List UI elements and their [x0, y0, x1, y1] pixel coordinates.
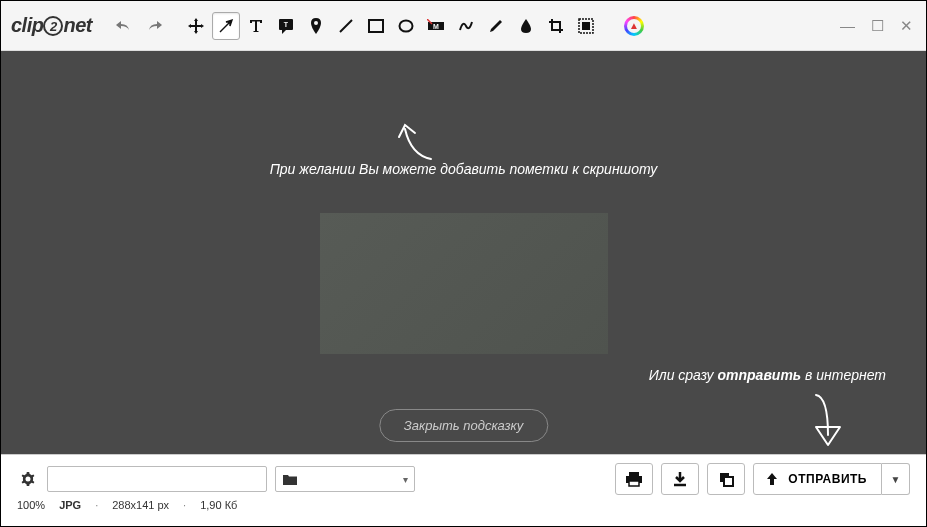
- text-icon: [249, 19, 263, 33]
- settings-button[interactable]: [17, 468, 39, 490]
- pin-tool[interactable]: [302, 12, 330, 40]
- hint-right-bold: отправить: [718, 367, 802, 383]
- canvas-area[interactable]: При желании Вы можете добавить пометки к…: [1, 51, 926, 454]
- ellipse-icon: [398, 19, 414, 33]
- hint-arrow-top-icon: [391, 119, 441, 163]
- print-button[interactable]: [615, 463, 653, 495]
- toolbar: clip2net T M ▲ — ☐ ✕: [1, 1, 926, 51]
- crop-icon: [548, 18, 564, 34]
- svg-rect-10: [582, 22, 590, 30]
- highlight-icon: M: [427, 19, 445, 33]
- logo-text-2: net: [63, 14, 92, 36]
- note-icon: T: [278, 18, 294, 34]
- pencil-tool[interactable]: [482, 12, 510, 40]
- line-tool[interactable]: [332, 12, 360, 40]
- blur-tool[interactable]: [512, 12, 540, 40]
- ellipse-tool[interactable]: [392, 12, 420, 40]
- filename-input[interactable]: [47, 466, 267, 492]
- filesize-label: 1,90 Кб: [200, 499, 237, 511]
- note-tool[interactable]: T: [272, 12, 300, 40]
- tool-group-main: T M: [182, 12, 600, 40]
- logo-text-1: clip: [11, 14, 43, 36]
- separator: ·: [95, 499, 98, 511]
- drop-icon: [520, 18, 532, 34]
- resize-icon: [578, 18, 594, 34]
- arrow-icon: [218, 18, 234, 34]
- svg-rect-11: [629, 472, 639, 476]
- app-logo: clip2net: [11, 14, 92, 38]
- copy-button[interactable]: [707, 463, 745, 495]
- line-icon: [338, 18, 354, 34]
- download-icon: [672, 471, 688, 487]
- resize-tool[interactable]: [572, 12, 600, 40]
- action-buttons-group: ОТПРАВИТЬ ▼: [615, 463, 910, 495]
- send-label: ОТПРАВИТЬ: [788, 472, 867, 486]
- bottom-bar: ▾ ОТПРАВИТЬ ▼ 100% JPG · 288x141 px: [1, 454, 926, 526]
- bottom-row-controls: ▾ ОТПРАВИТЬ ▼: [1, 455, 926, 497]
- undo-button[interactable]: [110, 12, 138, 40]
- window-controls: — ☐ ✕: [837, 17, 916, 35]
- app-window: clip2net T M ▲ — ☐ ✕: [0, 0, 927, 527]
- move-icon: [187, 17, 205, 35]
- svg-point-5: [399, 20, 412, 31]
- close-button[interactable]: ✕: [897, 17, 916, 35]
- upload-icon: [764, 472, 780, 486]
- zoom-level: 100%: [17, 499, 45, 511]
- hint-right-prefix: Или сразу: [649, 367, 718, 383]
- bottom-row-status: 100% JPG · 288x141 px · 1,90 Кб: [1, 497, 926, 519]
- chevron-down-icon: ▾: [403, 474, 408, 485]
- svg-line-3: [340, 20, 352, 32]
- redo-button[interactable]: [140, 12, 168, 40]
- color-upload-button[interactable]: ▲: [620, 12, 648, 40]
- svg-point-2: [314, 21, 318, 25]
- redo-icon: [145, 19, 163, 33]
- rainbow-ring-icon: ▲: [624, 16, 644, 36]
- curve-icon: [458, 18, 474, 34]
- folder-select[interactable]: ▾: [275, 466, 415, 492]
- svg-text:T: T: [284, 21, 289, 28]
- highlight-tool[interactable]: M: [422, 12, 450, 40]
- folder-icon: [282, 473, 298, 486]
- logo-circle: 2: [43, 16, 63, 36]
- gear-icon: [19, 470, 37, 488]
- file-format: JPG: [59, 499, 81, 511]
- undo-icon: [115, 19, 133, 33]
- svg-rect-16: [724, 477, 733, 486]
- hint-right-suffix: в интернет: [801, 367, 886, 383]
- pencil-icon: [488, 18, 504, 34]
- text-tool[interactable]: [242, 12, 270, 40]
- curve-tool[interactable]: [452, 12, 480, 40]
- maximize-button[interactable]: ☐: [868, 17, 887, 35]
- svg-rect-4: [369, 20, 383, 32]
- hint-right-text: Или сразу отправить в интернет: [649, 367, 886, 383]
- copy-icon: [718, 471, 734, 487]
- rect-icon: [368, 19, 384, 33]
- svg-rect-13: [629, 481, 639, 486]
- separator: ·: [183, 499, 186, 511]
- send-button-group: ОТПРАВИТЬ ▼: [753, 463, 910, 495]
- rect-tool[interactable]: [362, 12, 390, 40]
- dimensions-label: 288x141 px: [112, 499, 169, 511]
- chevron-down-icon: ▼: [891, 474, 901, 485]
- download-button[interactable]: [661, 463, 699, 495]
- arrow-tool[interactable]: [212, 12, 240, 40]
- move-tool[interactable]: [182, 12, 210, 40]
- minimize-button[interactable]: —: [837, 17, 858, 35]
- close-hint-button[interactable]: Закрыть подсказку: [379, 409, 548, 442]
- send-button[interactable]: ОТПРАВИТЬ: [753, 463, 882, 495]
- screenshot-preview[interactable]: [320, 213, 608, 354]
- hint-top-text: При желании Вы можете добавить пометки к…: [270, 161, 658, 177]
- hint-arrow-down-icon: [806, 391, 846, 451]
- pin-icon: [309, 17, 323, 35]
- print-icon: [625, 471, 643, 487]
- history-group: [110, 12, 168, 40]
- send-dropdown-button[interactable]: ▼: [882, 463, 910, 495]
- crop-tool[interactable]: [542, 12, 570, 40]
- svg-text:M: M: [433, 23, 439, 30]
